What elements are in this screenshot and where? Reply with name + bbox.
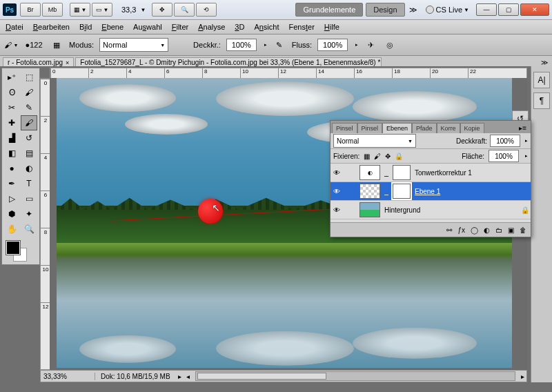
screen-mode-button[interactable]: ▭▼ <box>92 3 112 17</box>
zoom-tool-button[interactable]: 🔍 <box>174 3 195 17</box>
layer-thumb[interactable] <box>359 184 380 199</box>
shape-tool[interactable]: ▭ <box>21 191 37 206</box>
flow-scrub-icon[interactable]: ▸ <box>355 42 358 48</box>
history-brush-tool[interactable]: ↺ <box>21 130 37 146</box>
scroll-left-icon[interactable]: ◂ <box>184 373 193 380</box>
layer-mask-icon[interactable]: ◯ <box>471 226 478 234</box>
foreground-swatch[interactable] <box>6 241 20 255</box>
lock-position-icon[interactable]: ✥ <box>385 153 391 160</box>
blur-tool[interactable]: ● <box>3 161 20 176</box>
layer-style-icon[interactable]: ƒx <box>457 226 465 234</box>
link-layers-icon[interactable]: ⚯ <box>446 226 452 234</box>
zoom-drop-icon[interactable]: ▼ <box>140 7 146 13</box>
paragraph-panel-icon[interactable]: ¶ <box>533 92 550 109</box>
lock-pixels-icon[interactable]: 🖌 <box>374 153 381 160</box>
healing-tool[interactable]: ✚ <box>3 115 20 130</box>
close-button[interactable]: ✕ <box>520 3 549 16</box>
opacity-input[interactable]: 100% <box>226 39 257 51</box>
dodge-tool[interactable]: ◐ <box>21 161 37 176</box>
move-tool[interactable]: ▸⁺ <box>3 70 20 85</box>
brush-preset[interactable]: ●122 <box>23 38 44 52</box>
menu-datei[interactable]: Datei <box>6 23 23 31</box>
3d-tool[interactable]: ⬢ <box>3 206 20 222</box>
menu-auswahl[interactable]: Auswahl <box>133 23 162 31</box>
layer-row[interactable]: 👁 ◐ ⎯ Tonwertkorrektur 1 <box>331 164 531 182</box>
brush-tool[interactable]: 🖌 <box>21 115 37 130</box>
visibility-icon[interactable]: 👁 <box>332 206 342 214</box>
layer-opacity-input[interactable]: 100% <box>490 135 520 147</box>
lock-transparent-icon[interactable]: ▦ <box>364 153 370 160</box>
brush-panel-toggle[interactable]: ▦ <box>50 38 63 52</box>
panel-tab-pinsel1[interactable]: Pinsel <box>332 123 357 133</box>
opacity-scrub-icon[interactable]: ▸ <box>264 42 267 48</box>
scrollbar-thumb[interactable] <box>197 373 326 380</box>
airbrush-button[interactable]: ✈ <box>364 38 377 52</box>
layers-panel[interactable]: Pinsel Pinsel Ebenen Pfade Korre Kopie ▸… <box>330 120 531 237</box>
tab-overflow-icon[interactable]: ≫ <box>541 59 548 66</box>
layer-blend-dropdown[interactable]: Normal▼ <box>333 134 416 148</box>
panel-tab-ebenen[interactable]: Ebenen <box>382 123 412 133</box>
panel-menu-icon[interactable]: ▸≡ <box>516 123 529 133</box>
pen-tool[interactable]: ✒ <box>3 176 20 191</box>
eraser-tool[interactable]: ◧ <box>3 146 20 161</box>
brush-tool-icon[interactable]: 🖌▼ <box>4 38 18 52</box>
bridge-button[interactable]: Br <box>20 3 41 17</box>
lock-all-icon[interactable]: 🔒 <box>395 153 403 160</box>
layer-row[interactable]: 👁 ⎯ Ebene 1 <box>331 182 531 201</box>
layer-mask-thumb[interactable] <box>393 165 411 180</box>
minimize-button[interactable]: — <box>476 3 497 16</box>
layer-thumb[interactable] <box>359 202 380 217</box>
flow-input[interactable]: 100% <box>317 39 348 51</box>
character-panel-icon[interactable]: A| <box>533 72 550 88</box>
status-info-drop-icon[interactable]: ▸ <box>176 373 184 380</box>
layer-fill-input[interactable]: 100% <box>489 150 519 162</box>
panel-tab-korrektur[interactable]: Korre <box>437 123 460 133</box>
path-select-tool[interactable]: ▷ <box>3 191 20 206</box>
type-tool[interactable]: T <box>21 176 37 191</box>
stamp-tool[interactable]: ▟ <box>3 130 20 146</box>
menu-analyse[interactable]: Analyse <box>198 23 225 31</box>
zoom-tool[interactable]: 🔍 <box>21 222 37 237</box>
menu-filter[interactable]: Filter <box>172 23 188 31</box>
hand-tool[interactable]: ✋ <box>3 222 20 237</box>
lasso-tool[interactable]: ʘ <box>3 85 20 100</box>
menu-bearbeiten[interactable]: Bearbeiten <box>33 23 70 31</box>
menu-3d[interactable]: 3D <box>235 23 244 31</box>
menu-fenster[interactable]: Fenster <box>288 23 314 31</box>
adjustment-layer-icon[interactable]: ◐ <box>484 226 490 234</box>
menu-ebene[interactable]: Ebene <box>101 23 124 31</box>
menu-hilfe[interactable]: Hilfe <box>324 23 339 31</box>
close-tab-icon[interactable]: × <box>66 59 69 66</box>
visibility-icon[interactable]: 👁 <box>332 169 342 177</box>
crop-tool[interactable]: ✂ <box>3 100 20 115</box>
delete-layer-icon[interactable]: 🗑 <box>520 226 526 234</box>
opacity-pressure-button[interactable]: ✎ <box>273 38 286 52</box>
rotate-view-button[interactable]: ⟲ <box>196 3 217 17</box>
zoom-level[interactable]: 33,3 <box>121 6 136 14</box>
color-swatches[interactable] <box>3 238 38 263</box>
status-doc-info[interactable]: Dok: 10,6 MB/15,9 MB <box>95 373 176 380</box>
gradient-tool[interactable]: ▤ <box>21 146 37 161</box>
layer-name[interactable]: Ebene 1 <box>415 188 440 195</box>
group-icon[interactable]: 🗀 <box>495 226 502 234</box>
tablet-pressure-button[interactable]: ◎ <box>383 38 397 52</box>
quick-select-tool[interactable]: 🖌 <box>21 85 37 100</box>
minibridge-button[interactable]: Mb <box>42 3 63 17</box>
menu-ansicht[interactable]: Ansicht <box>254 23 279 31</box>
menu-bild[interactable]: Bild <box>79 23 92 31</box>
new-layer-icon[interactable]: ▣ <box>508 226 514 234</box>
document-tab-1[interactable]: r - Fotolia.com.jpg× <box>3 57 74 67</box>
arrange-docs-button[interactable]: ▦▼ <box>70 3 90 17</box>
workspace-design[interactable]: Design <box>366 3 404 17</box>
maximize-button[interactable]: ▢ <box>498 3 519 16</box>
layer-name[interactable]: Hintergrund <box>384 206 420 214</box>
blend-mode-dropdown[interactable]: Normal▼ <box>99 38 168 52</box>
h-scrollbar[interactable] <box>195 371 515 381</box>
layer-row[interactable]: 👁 Hintergrund 🔒 <box>331 201 531 219</box>
layer-mask-thumb[interactable] <box>393 184 411 199</box>
hand-tool-button[interactable]: ✥ <box>152 3 172 17</box>
panel-tab-kopie[interactable]: Kopie <box>460 123 484 133</box>
eyedropper-tool[interactable]: ✎ <box>21 100 37 115</box>
marquee-tool[interactable]: ⬚ <box>21 70 37 85</box>
panel-tab-pfade[interactable]: Pfade <box>412 123 437 133</box>
